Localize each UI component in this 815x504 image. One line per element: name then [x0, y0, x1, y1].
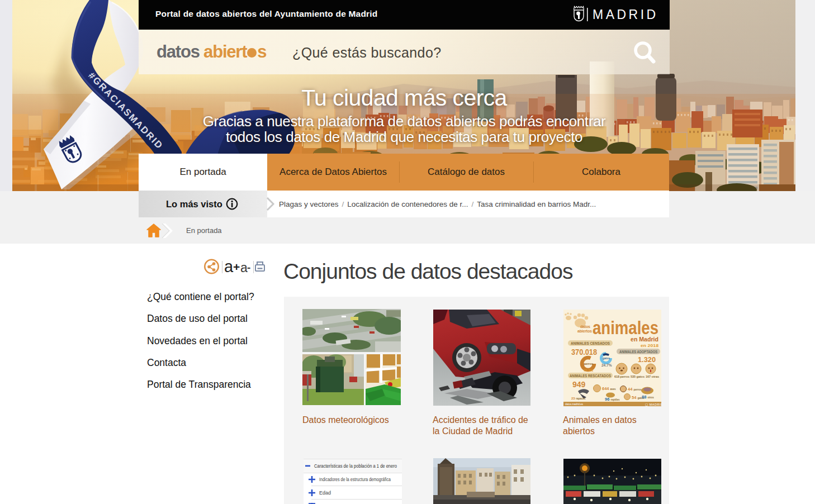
svg-text:a: a [224, 258, 234, 275]
svg-text:23 rapaces: 23 rapaces [571, 397, 586, 400]
svg-text:abiertos: abiertos [577, 329, 592, 333]
svg-text:Características de la població: Características de la población a 1 de e… [314, 463, 397, 469]
svg-text:-: - [247, 261, 250, 273]
svg-text:perros: perros [584, 362, 593, 365]
svg-text:+: + [233, 260, 240, 273]
svg-text:ANIMALES ADOPTADOS: ANIMALES ADOPTADOS [619, 349, 657, 354]
svg-text:gatos: gatos [603, 356, 610, 360]
svg-text:370.018: 370.018 [571, 348, 597, 356]
svg-text:949: 949 [572, 380, 586, 389]
svg-text:datos.madrid.es: datos.madrid.es [565, 403, 584, 406]
svg-text:Edad: Edad [319, 490, 331, 496]
svg-text:ANIMALES CENSADOS: ANIMALES CENSADOS [571, 341, 610, 346]
svg-text:24.7%: 24.7% [601, 363, 612, 367]
svg-text:Indicadores de la estructura d: Indicadores de la estructura demográfica [319, 477, 391, 482]
svg-text:animales: animales [593, 317, 658, 338]
svg-text:535 gatos: 535 gatos [631, 375, 645, 378]
svg-text:618 perros: 618 perros [614, 375, 629, 378]
svg-text:en 2018: en 2018 [641, 343, 659, 348]
svg-text:75.3%: 75.3% [584, 369, 594, 372]
svg-text:167 otras: 167 otras [646, 375, 659, 378]
svg-text:ANIMALES RESCATADOS: ANIMALES RESCATADOS [570, 373, 611, 378]
svg-text:datos: datos [580, 325, 590, 329]
svg-text:MADRID: MADRID [593, 7, 656, 22]
svg-text:▢ MADRID: ▢ MADRID [645, 403, 661, 406]
svg-text:1.320: 1.320 [638, 355, 656, 364]
svg-text:en Madrid: en Madrid [631, 336, 658, 343]
